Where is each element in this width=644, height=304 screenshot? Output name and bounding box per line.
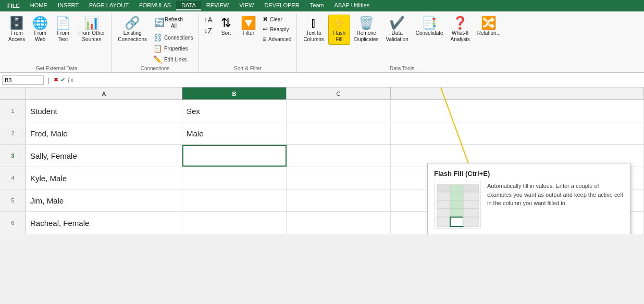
filter-button[interactable]: 🔽 Filter bbox=[238, 15, 259, 39]
connections-small-icon: ⛓️ bbox=[153, 33, 162, 42]
menu-page-layout[interactable]: PAGE LAYOUT bbox=[84, 1, 134, 10]
cell-b6[interactable] bbox=[182, 212, 287, 234]
refresh-all-button[interactable]: 🔄 Refresh All bbox=[151, 15, 195, 31]
data-valid-label: Data Validation bbox=[386, 30, 408, 43]
edit-links-icon: ✏️ bbox=[153, 55, 162, 64]
connections-button[interactable]: ⛓️ Connections bbox=[151, 32, 195, 43]
cell-c6[interactable] bbox=[287, 212, 391, 234]
reapply-icon: ↩ bbox=[263, 26, 268, 33]
tooltip-image bbox=[434, 182, 481, 229]
remove-dup-icon: 🗑️ bbox=[358, 17, 374, 29]
sort-za-button[interactable]: ↓Z bbox=[202, 26, 215, 36]
cancel-formula-icon[interactable]: ✖ bbox=[54, 77, 58, 83]
from-text-button[interactable]: 📄 From Text bbox=[52, 15, 74, 45]
svg-rect-20 bbox=[463, 200, 479, 209]
connections-title: Connections bbox=[115, 65, 195, 71]
table-row: 2 Fred, Male Male bbox=[0, 122, 644, 145]
menu-review[interactable]: REVIEW bbox=[201, 1, 234, 10]
from-text-label: From Text bbox=[57, 30, 69, 43]
from-web-label: From Web bbox=[34, 30, 46, 43]
refresh-all-label: Refresh All bbox=[165, 17, 183, 29]
menu-view[interactable]: VIEW bbox=[234, 1, 259, 10]
properties-button[interactable]: 📋 Properties bbox=[151, 43, 195, 54]
menu-team[interactable]: Team bbox=[305, 1, 329, 10]
cell-reference-input[interactable]: B3 bbox=[2, 75, 44, 85]
menu-asap[interactable]: ASAP Utilities bbox=[329, 1, 375, 10]
data-validation-button[interactable]: ✔️ Data Validation bbox=[383, 15, 412, 45]
refresh-icon: 🔄 bbox=[154, 18, 165, 27]
cell-a3[interactable]: Sally, Female bbox=[26, 145, 182, 167]
col-header-d[interactable] bbox=[391, 87, 644, 100]
corner-cell bbox=[0, 87, 26, 100]
from-other-icon: 📊 bbox=[84, 17, 100, 29]
formula-input[interactable] bbox=[76, 76, 642, 84]
relations-button[interactable]: 🔀 Relation... bbox=[474, 15, 504, 39]
from-access-button[interactable]: 🗄️ From Access bbox=[5, 15, 28, 45]
cell-b2[interactable]: Male bbox=[182, 122, 287, 144]
cell-c4[interactable] bbox=[287, 167, 391, 189]
cell-d1[interactable] bbox=[391, 100, 644, 122]
svg-rect-9 bbox=[450, 185, 463, 192]
menu-formulas[interactable]: FORMULAS bbox=[134, 1, 176, 10]
confirm-formula-icon[interactable]: ✔ bbox=[60, 77, 65, 83]
consolidate-button[interactable]: 📑 Consolidate bbox=[413, 15, 447, 39]
cell-b1[interactable]: Sex bbox=[182, 100, 287, 122]
cell-c3[interactable] bbox=[287, 145, 391, 167]
consolidate-label: Consolidate bbox=[416, 30, 443, 36]
cell-b3[interactable] bbox=[182, 145, 287, 167]
insert-function-icon[interactable]: ƒx bbox=[67, 77, 73, 83]
file-menu[interactable]: FILE bbox=[2, 2, 25, 10]
from-other-button[interactable]: 📊 From Other Sources bbox=[75, 15, 108, 45]
existing-connections-button[interactable]: 🔗 Existing Connections bbox=[115, 15, 150, 45]
cell-a2[interactable]: Fred, Male bbox=[26, 122, 182, 144]
cell-a4[interactable]: Kyle, Male bbox=[26, 167, 182, 189]
cell-a1[interactable]: Student bbox=[26, 100, 182, 122]
reapply-button[interactable]: ↩ Reapply bbox=[261, 24, 294, 34]
text-to-columns-button[interactable]: ⫿ Text to Columns bbox=[300, 15, 327, 45]
sort-az-button[interactable]: ↑A bbox=[202, 15, 215, 25]
cell-a6[interactable]: Racheal, Female bbox=[26, 212, 182, 234]
refresh-connections-group: 🔄 Refresh All ⛓️ Connections 📋 Propertie… bbox=[151, 15, 195, 65]
menu-insert[interactable]: INSERT bbox=[53, 1, 84, 10]
ribbon-group-sort-filter: ↑A ↓Z ⇅ Sort 🔽 Filter ✖ Clear ↩ bbox=[199, 14, 298, 72]
advanced-button[interactable]: ≡ Advanced bbox=[261, 34, 294, 44]
sort-az-icon: ↑A bbox=[204, 16, 213, 24]
col-header-b[interactable]: B bbox=[182, 87, 287, 100]
edit-links-button[interactable]: ✏️ Edit Links bbox=[151, 54, 195, 65]
connections-small-label: Connections bbox=[164, 35, 193, 41]
formula-icons: ✖ ✔ ƒx bbox=[54, 77, 73, 83]
flash-fill-button[interactable]: ⚡ Flash Fill bbox=[328, 15, 350, 45]
data-tools-title: Data Tools bbox=[300, 65, 503, 71]
col-header-c[interactable]: C bbox=[287, 87, 391, 100]
col-header-a[interactable]: A bbox=[26, 87, 182, 100]
cell-c5[interactable] bbox=[287, 189, 391, 211]
from-web-button[interactable]: 🌐 From Web bbox=[29, 15, 51, 45]
sort-button[interactable]: ⇅ Sort bbox=[216, 15, 237, 39]
cell-b5[interactable] bbox=[182, 189, 287, 211]
edit-links-label: Edit Links bbox=[164, 57, 187, 62]
cell-b4[interactable] bbox=[182, 167, 287, 189]
menu-data[interactable]: DATA bbox=[176, 1, 201, 10]
remove-duplicates-button[interactable]: 🗑️ Remove Duplicates bbox=[351, 15, 382, 45]
cell-c1[interactable] bbox=[287, 100, 391, 122]
what-if-button[interactable]: ❓ What-If Analysis bbox=[448, 15, 473, 45]
menu-home[interactable]: HOME bbox=[25, 1, 53, 10]
connections-buttons: 🔗 Existing Connections 🔄 Refresh All ⛓️ … bbox=[115, 15, 195, 65]
flash-fill-ribbon-label: Flash Fill bbox=[333, 30, 345, 43]
ribbon-group-external-data: 🗄️ From Access 🌐 From Web 📄 From Text 📊 … bbox=[2, 14, 112, 72]
what-if-icon: ❓ bbox=[452, 17, 468, 29]
advanced-icon: ≡ bbox=[263, 35, 266, 43]
clear-button[interactable]: ✖ Clear bbox=[261, 15, 294, 24]
cell-d2[interactable] bbox=[391, 122, 644, 144]
ribbon-group-data-tools: ⫿ Text to Columns ⚡ Flash Fill 🗑️ Remove… bbox=[297, 14, 506, 72]
cell-c2[interactable] bbox=[287, 122, 391, 144]
advanced-label: Advanced bbox=[268, 36, 291, 42]
svg-rect-14 bbox=[437, 217, 450, 226]
column-headers-row: A B C bbox=[0, 87, 644, 100]
cell-a5[interactable]: Jim, Male bbox=[26, 189, 182, 211]
tooltip-content: Automatically fill in values. Enter a co… bbox=[434, 182, 624, 229]
clear-label: Clear bbox=[270, 17, 282, 22]
sort-az-group: ↑A ↓Z bbox=[202, 15, 215, 36]
menu-developer[interactable]: DEVELOPER bbox=[259, 1, 304, 10]
svg-rect-19 bbox=[463, 192, 479, 200]
